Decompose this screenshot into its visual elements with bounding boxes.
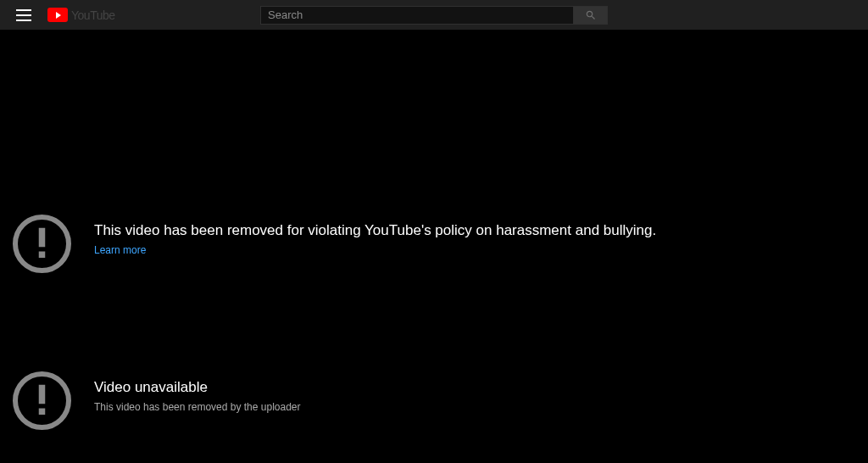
hamburger-menu-button[interactable] [14,5,34,25]
svg-rect-4 [39,385,46,404]
header-bar: YouTube [0,0,868,30]
exclamation-circle-icon [10,369,74,432]
hamburger-icon [16,9,31,21]
exclamation-circle-icon [10,212,74,276]
svg-rect-2 [39,252,46,259]
search-container [260,6,608,25]
error-icon-wrapper [10,369,74,432]
error-text-container: Video unavailable This video has been re… [94,369,301,413]
error-icon-wrapper [10,212,74,276]
error-subtitle: This video has been removed by the uploa… [94,401,301,413]
content-area: This video has been removed for violatin… [0,30,868,432]
error-block-unavailable: Video unavailable This video has been re… [0,369,868,432]
error-title: This video has been removed for violatin… [94,222,656,239]
youtube-logo[interactable]: YouTube [47,8,115,22]
youtube-play-icon [47,8,68,22]
search-button[interactable] [574,6,608,25]
error-block-policy-violation: This video has been removed for violatin… [0,212,868,276]
learn-more-link[interactable]: Learn more [94,244,656,256]
error-text-container: This video has been removed for violatin… [94,212,656,256]
search-icon [585,9,597,21]
logo-text: YouTube [71,8,115,22]
svg-rect-5 [39,409,46,416]
search-input[interactable] [260,6,574,25]
svg-rect-1 [39,228,46,248]
error-title: Video unavailable [94,379,301,396]
